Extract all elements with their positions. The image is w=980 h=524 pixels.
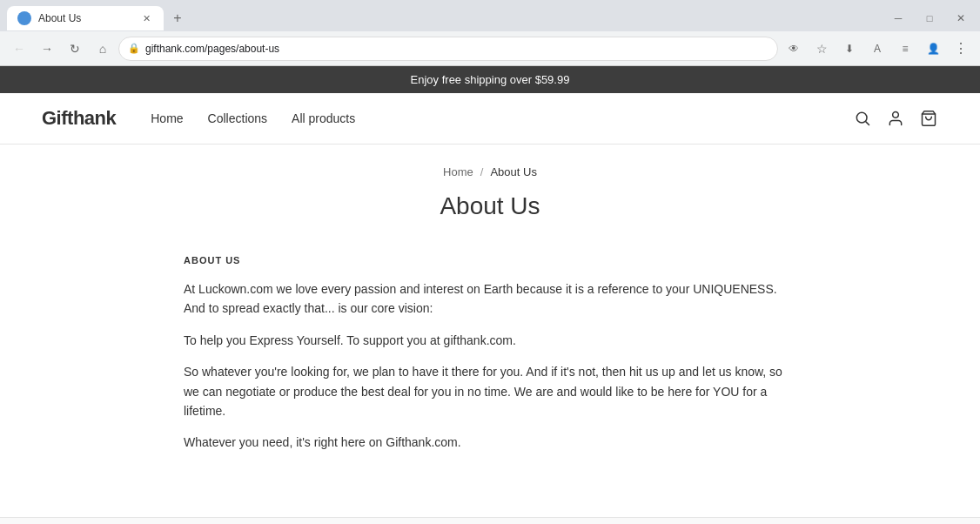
browser-title-bar: About Us ✕ + ─ □ ✕ (0, 0, 980, 31)
site-footer: Menu About Us Contact Us FAQs Payment Me… (0, 517, 980, 524)
paragraph-2: To help you Express Yourself. To support… (184, 331, 796, 350)
window-minimize-button[interactable]: ─ (886, 6, 910, 30)
new-tab-button[interactable]: + (167, 8, 188, 29)
browser-controls: ← → ↻ ⌂ 🔒 gifthank.com/pages/about-us 👁 … (0, 31, 980, 66)
breadcrumb-current: About Us (490, 165, 536, 178)
announcement-bar: Enjoy free shipping over $59.99 (0, 66, 980, 93)
nav-all-products[interactable]: All products (292, 111, 355, 125)
lock-icon: 🔒 (128, 43, 140, 54)
forward-button[interactable]: → (35, 37, 59, 61)
browser-actions: 👁 ☆ ⬇ A ≡ 👤 ⋮ (782, 37, 973, 61)
nav-home[interactable]: Home (151, 111, 183, 125)
breadcrumb-section: Home / About Us (0, 165, 980, 178)
refresh-button[interactable]: ↻ (63, 37, 87, 61)
window-close-button[interactable]: ✕ (949, 6, 973, 30)
menu-button[interactable]: ⋮ (949, 37, 973, 61)
svg-line-2 (866, 122, 869, 125)
window-restore-button[interactable]: □ (917, 6, 942, 30)
paragraph-4: Whatever you need, it's right here on Gi… (184, 433, 796, 452)
back-button[interactable]: ← (7, 37, 31, 61)
tab-favicon (17, 11, 31, 25)
browser-chrome: About Us ✕ + ─ □ ✕ ← → ↻ ⌂ 🔒 gifthank.co… (0, 0, 980, 66)
main-content: About Us ABOUT US At Luckown.com we love… (142, 192, 838, 517)
breadcrumb-home[interactable]: Home (443, 165, 473, 178)
paragraph-1: At Luckown.com we love every passion and… (184, 279, 796, 319)
site-logo[interactable]: Gifthank (42, 107, 116, 130)
translate-button[interactable]: A (865, 37, 889, 61)
bookmark-button[interactable]: ☆ (809, 37, 834, 61)
svg-point-3 (893, 112, 899, 118)
main-nav: Home Collections All products (151, 111, 853, 125)
home-button[interactable]: ⌂ (91, 37, 115, 61)
downloads-button[interactable]: ⬇ (837, 37, 862, 61)
svg-point-1 (856, 112, 867, 123)
paragraph-3: So whatever you're looking for, we plan … (184, 362, 796, 420)
nav-collections[interactable]: Collections (208, 111, 267, 125)
extensions-button[interactable]: 👁 (782, 37, 806, 61)
site-header: Gifthank Home Collections All products (0, 93, 980, 144)
svg-point-0 (21, 15, 28, 22)
another-button[interactable]: ≡ (893, 37, 917, 61)
tab-title: About Us (38, 12, 132, 24)
breadcrumb: Home / About Us (443, 165, 537, 178)
page-wrapper: Enjoy free shipping over $59.99 Gifthank… (0, 66, 980, 524)
cart-icon[interactable] (919, 109, 938, 128)
header-icons (853, 109, 938, 128)
profile-button[interactable]: 👤 (921, 37, 945, 61)
address-bar[interactable]: 🔒 gifthank.com/pages/about-us (118, 37, 778, 61)
breadcrumb-separator: / (480, 165, 484, 178)
account-icon[interactable] (886, 109, 905, 128)
url-text: gifthank.com/pages/about-us (145, 43, 769, 55)
announcement-text: Enjoy free shipping over $59.99 (411, 73, 570, 86)
tab-close-button[interactable]: ✕ (139, 11, 153, 25)
page-title: About Us (184, 192, 796, 220)
section-label: ABOUT US (184, 255, 796, 265)
browser-tab[interactable]: About Us ✕ (7, 6, 164, 30)
search-icon[interactable] (853, 109, 872, 128)
